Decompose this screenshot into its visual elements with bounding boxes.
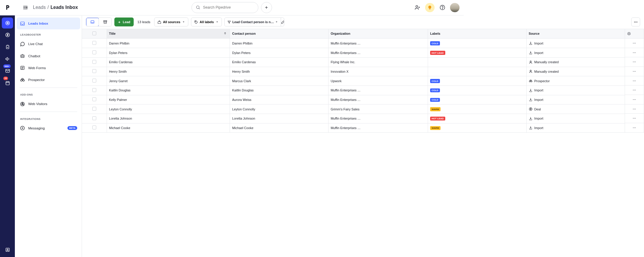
col-org[interactable]: Organization <box>329 29 428 39</box>
sidebar-item-messaging[interactable]: Messaging BETA <box>17 122 80 134</box>
row-checkbox[interactable] <box>82 57 107 67</box>
row-checkbox[interactable] <box>82 104 107 114</box>
app-logo[interactable] <box>0 0 15 15</box>
cell-contact[interactable]: Emilio Cardenas <box>230 57 329 67</box>
cell-label[interactable]: COLD <box>428 95 464 104</box>
row-checkbox[interactable] <box>82 85 107 95</box>
row-checkbox[interactable] <box>82 95 107 104</box>
sidebar-item-prospector[interactable]: Prospector <box>17 74 80 86</box>
col-contact[interactable]: Contact person <box>230 29 329 39</box>
cell-contact[interactable]: Henry Smith <box>230 67 329 76</box>
cell-contact[interactable]: Loretta Johnson <box>230 114 329 123</box>
quick-add-button[interactable] <box>261 2 272 13</box>
select-all-header[interactable] <box>82 29 107 39</box>
col-title[interactable]: Title <box>107 29 230 39</box>
sidebar-item-web-visitors[interactable]: Web Visitors <box>17 98 80 110</box>
cell-title[interactable]: Kaitlin Douglas <box>107 85 230 95</box>
cell-contact[interactable]: Marcus Clark <box>230 76 329 86</box>
row-checkbox[interactable] <box>82 76 107 86</box>
cell-title[interactable]: Leyton Connolly <box>107 104 230 114</box>
sidebar-item-chatbot[interactable]: Chatbot <box>17 50 80 62</box>
table-row[interactable]: Darren PhilbinDarren PhilbinMuffin Enter… <box>82 39 463 48</box>
cell-label[interactable]: HOT LEAD <box>428 48 464 58</box>
cell-title[interactable]: Emilio Cardenas <box>107 57 230 67</box>
cell-organization[interactable]: Innovation X <box>329 67 428 76</box>
nav-activities[interactable]: 24 <box>2 77 13 88</box>
cell-organization[interactable]: Muffin Enterprises … <box>329 95 428 104</box>
row-checkbox[interactable] <box>82 39 107 48</box>
cell-organization[interactable]: Muffin Enterprises … <box>329 48 428 58</box>
sidebar-item-leads-inbox[interactable]: Leads Inbox <box>17 18 80 29</box>
row-checkbox[interactable] <box>82 114 107 123</box>
row-checkbox[interactable] <box>82 123 107 133</box>
cell-label[interactable]: COLD <box>428 76 464 86</box>
cell-label[interactable]: COLD <box>428 39 464 48</box>
table-row[interactable]: Henry SmithHenry SmithInnovation XManual… <box>82 67 463 76</box>
row-checkbox[interactable] <box>82 67 107 76</box>
sidebar-item-web-forms[interactable]: Web Forms <box>17 62 80 74</box>
filter-sources[interactable]: All sources <box>154 18 188 26</box>
invite-users-button[interactable] <box>413 3 422 12</box>
cell-label[interactable]: WARM <box>428 104 464 114</box>
sidebar-item-live-chat[interactable]: Live Chat <box>17 38 80 50</box>
table-row[interactable]: Dylan PetersDylan PetersMuffin Enterpris… <box>82 48 463 58</box>
cell-label[interactable] <box>428 57 464 67</box>
cell-organization[interactable]: Muffin Enterprises … <box>329 85 428 95</box>
cell-organization[interactable]: Upwork <box>329 76 428 86</box>
cell-title[interactable]: Kelly Palmer <box>107 95 230 104</box>
cell-organization[interactable]: Muffin Enterprises … <box>329 39 428 48</box>
cell-label[interactable] <box>428 67 464 76</box>
nav-leads[interactable] <box>2 18 13 28</box>
cell-organization[interactable]: Flying Whale Inc. <box>329 57 428 67</box>
add-lead-button[interactable]: Lead <box>114 18 134 26</box>
cell-title[interactable]: Jenny Garret <box>107 76 230 86</box>
cell-organization[interactable]: Grimm's Fairy Sales <box>329 104 428 114</box>
breadcrumb-parent[interactable]: Leads <box>33 5 46 10</box>
svg-rect-24 <box>104 21 107 22</box>
cell-label[interactable]: WARM <box>428 123 464 133</box>
cell-title[interactable]: Michael Cooke <box>107 123 230 133</box>
tips-button[interactable] <box>425 3 435 12</box>
nav-projects[interactable] <box>2 42 13 53</box>
search-input[interactable] <box>192 2 258 13</box>
table-row[interactable]: Michael CookeMichael CookeMuffin Enterpr… <box>82 123 463 133</box>
table-row[interactable]: Jenny GarretMarcus ClarkUpworkCOLDProspe… <box>82 76 463 86</box>
table-header-row: Title Contact person Organization Labels… <box>82 29 463 39</box>
table-row[interactable]: Emilio CardenasEmilio CardenasFlying Wha… <box>82 57 463 67</box>
avatar[interactable] <box>450 3 460 12</box>
cell-contact[interactable]: Darren Philbin <box>230 39 329 48</box>
cell-title[interactable]: Henry Smith <box>107 67 230 76</box>
sidebar-section-addons: ADD-ONS <box>17 90 80 98</box>
cell-contact[interactable]: Aurora Weiss <box>230 95 329 104</box>
cell-contact[interactable]: Leyton Connolly <box>230 104 329 114</box>
table-row[interactable]: Kaitlin DouglasKaitlin DouglasMuffin Ent… <box>82 85 463 95</box>
sidebar-item-label: Live Chat <box>28 42 43 46</box>
nav-deals[interactable] <box>2 29 13 40</box>
nav-campaigns[interactable] <box>2 53 13 64</box>
nav-mail[interactable]: 999+ <box>2 65 13 76</box>
table-row[interactable]: Kelly PalmerAurora WeissMuffin Enterpris… <box>82 95 463 104</box>
cell-organization[interactable]: Muffin Enterprises … <box>329 123 428 133</box>
table-row[interactable]: Leyton ConnollyLeyton ConnollyGrimm's Fa… <box>82 104 463 114</box>
col-labels[interactable]: Labels <box>428 29 464 39</box>
cell-contact[interactable]: Michael Cooke <box>230 123 329 133</box>
checkbox-icon <box>92 31 96 35</box>
active-filter-button[interactable]: Lead Contact person is n… <box>225 18 281 26</box>
search-field[interactable] <box>203 5 254 9</box>
table-row[interactable]: Loretta JohnsonLoretta JohnsonMuffin Ent… <box>82 114 463 123</box>
edit-filter-button[interactable] <box>281 18 284 26</box>
cell-title[interactable]: Darren Philbin <box>107 39 230 48</box>
help-button[interactable] <box>438 3 447 12</box>
sidebar-toggle-button[interactable] <box>20 3 30 12</box>
cell-label[interactable]: COLD <box>428 85 464 95</box>
cell-contact[interactable]: Kaitlin Douglas <box>230 85 329 95</box>
cell-contact[interactable]: Dylan Peters <box>230 48 329 58</box>
cell-organization[interactable]: Muffin Enterprises … <box>329 114 428 123</box>
filter-labels[interactable]: All labels <box>191 18 222 26</box>
view-inbox-button[interactable] <box>86 18 99 27</box>
cell-title[interactable]: Dylan Peters <box>107 48 230 58</box>
cell-label[interactable]: HOT LEAD <box>428 114 464 123</box>
cell-title[interactable]: Loretta Johnson <box>107 114 230 123</box>
row-checkbox[interactable] <box>82 48 107 58</box>
view-archive-button[interactable] <box>99 18 111 26</box>
